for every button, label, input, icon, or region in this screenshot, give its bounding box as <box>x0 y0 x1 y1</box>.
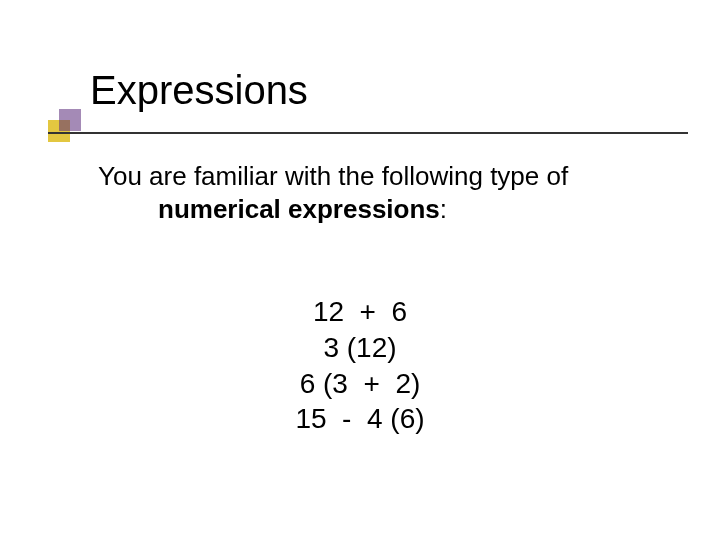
title-underline <box>48 132 688 134</box>
accent-square-purple <box>59 109 81 131</box>
body-text: You are familiar with the following type… <box>98 160 660 225</box>
body-line-2: numerical expressions: <box>98 193 447 226</box>
expression-3: 6 (3 + 2) <box>0 366 720 402</box>
slide: Expressions You are familiar with the fo… <box>0 0 720 540</box>
expression-list: 12 + 6 3 (12) 6 (3 + 2) 15 - 4 (6) <box>0 294 720 437</box>
expression-4: 15 - 4 (6) <box>0 401 720 437</box>
slide-title: Expressions <box>90 68 308 113</box>
expression-1: 12 + 6 <box>0 294 720 330</box>
body-line-1: You are familiar with the following type… <box>98 161 568 191</box>
body-bold: numerical expressions <box>158 194 440 224</box>
expression-2: 3 (12) <box>0 330 720 366</box>
body-tail: : <box>440 194 447 224</box>
title-block: Expressions <box>90 68 308 113</box>
